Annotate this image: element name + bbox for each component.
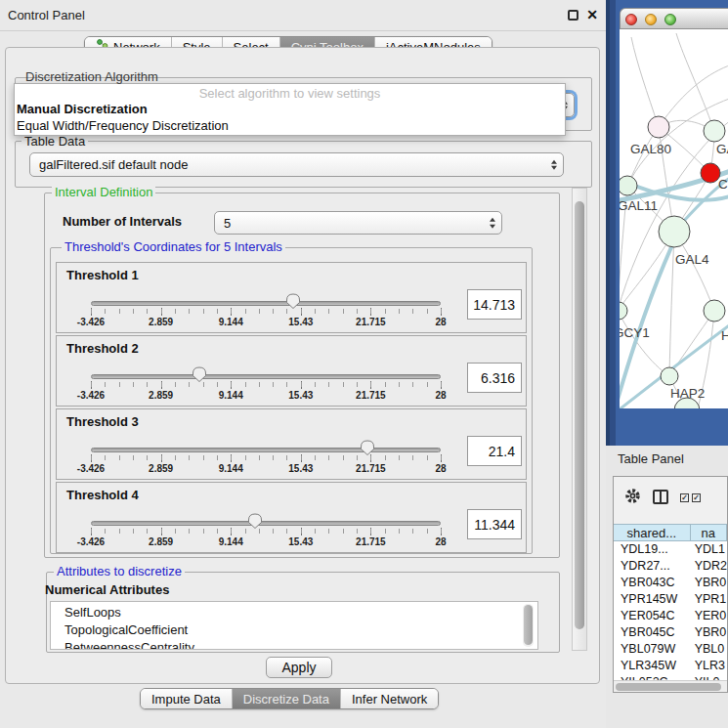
minimize-traffic-light[interactable] — [645, 14, 657, 25]
column-layout-icon[interactable] — [653, 490, 668, 504]
slider-thumb[interactable] — [285, 292, 301, 310]
table-row[interactable]: YER054CYER0 — [614, 608, 727, 624]
numerical-attributes-list[interactable]: SelfLoopsTopologicalCoefficientBetweenne… — [50, 601, 538, 650]
popup-hint: Select algorithm to view settings — [15, 84, 565, 101]
table-cell: YDL1 — [691, 541, 727, 558]
scale-label: 28 — [435, 536, 446, 547]
table-data-combobox[interactable]: galFiltered.sif default node — [29, 152, 564, 177]
slider-thumb[interactable] — [360, 439, 375, 456]
network-graph[interactable]: GAL80GACGAL11GAL4GCY1HHAP2 — [620, 29, 728, 408]
network-node[interactable] — [620, 176, 637, 195]
threshold-slider-track[interactable] — [91, 301, 441, 306]
table-row[interactable]: YBR045CYBR0 — [614, 624, 727, 641]
combo-stepper-icon[interactable] — [551, 159, 557, 170]
table-cell: YER054C — [614, 608, 691, 624]
threshold-value-field[interactable]: 14.713 — [467, 289, 522, 320]
table-data-value: galFiltered.sif default node — [39, 157, 188, 172]
number-of-intervals-value: 5 — [224, 216, 231, 231]
number-of-intervals-combobox[interactable]: 5 — [214, 211, 502, 235]
node-label: GA — [716, 142, 728, 156]
tab-label: Impute Data — [151, 692, 221, 707]
scrollbar-thumb[interactable] — [575, 201, 584, 629]
attribute-item-topologicalcoefficient[interactable]: TopologicalCoefficient — [51, 622, 537, 640]
table-cell: YDR27... — [614, 558, 691, 575]
network-node[interactable] — [620, 302, 627, 320]
number-of-intervals-label: Number of Intervals — [63, 214, 182, 229]
network-canvas[interactable]: GAL80GACGAL11GAL4GCY1HHAP2 — [620, 29, 728, 408]
table-row[interactable]: YLR345WYLR3 — [614, 658, 727, 674]
table-row[interactable]: YPR145WYPR1 — [614, 591, 727, 608]
combo-stepper-icon[interactable] — [490, 218, 495, 229]
node-label: C — [718, 177, 728, 192]
threshold-panel: Threshold 2 -3.4262.8599.14415.4321.7152… — [56, 335, 527, 407]
node-label: H — [721, 328, 728, 343]
threshold-value-field[interactable]: 21.4 — [467, 436, 522, 466]
bottom-tab-bar: Impute DataDiscretize DataInfer Network — [140, 688, 439, 709]
column-header[interactable]: na — [691, 524, 727, 541]
close-icon[interactable]: ✕ — [586, 7, 598, 22]
table-cell: YLR3 — [691, 658, 727, 674]
attribute-item-selfloops[interactable]: SelfLoops — [51, 605, 537, 622]
threshold-panel: Threshold 1 -3.4262.8599.14415.4321.7152… — [56, 262, 527, 333]
zoom-traffic-light[interactable] — [664, 14, 676, 25]
scale-label: 2.859 — [149, 317, 173, 327]
scrollbar-thumb[interactable] — [524, 605, 533, 645]
network-node[interactable] — [701, 163, 720, 183]
scale-label: -3.426 — [77, 463, 105, 474]
table-cell: YPR1 — [691, 591, 727, 608]
table-rows: YDL19...YDL1YDR27...YDR2YBR043CYBR0YPR14… — [614, 541, 727, 691]
scale-label: 15.43 — [288, 536, 313, 547]
panel-vertical-scrollbar[interactable] — [572, 188, 587, 651]
scale-label: 28 — [435, 317, 446, 327]
slider-thumb[interactable] — [247, 512, 263, 530]
table-row[interactable]: YBL079WYBL0 — [614, 641, 727, 658]
attribute-item-betweennesscentrality[interactable]: BetweennessCentrality — [51, 640, 537, 650]
popup-option-manual-discretization[interactable]: Manual Discretization — [15, 101, 565, 117]
threshold-slider-track[interactable] — [91, 521, 441, 526]
tab-impute-data[interactable]: Impute Data — [141, 689, 233, 708]
table-cell: YBR045C — [614, 624, 691, 641]
table-row[interactable]: YDR27...YDR2 — [614, 558, 727, 575]
table-horizontal-scrollbar[interactable] — [614, 680, 727, 692]
network-node[interactable] — [704, 120, 725, 142]
scrollbar-thumb[interactable] — [616, 683, 721, 691]
node-label: GCY1 — [620, 325, 650, 340]
apply-button[interactable]: Apply — [266, 657, 332, 678]
attributes-list-scrollbar[interactable] — [523, 604, 534, 647]
popup-option-equal-width-frequency-discretization[interactable]: Equal Width/Frequency Discretization — [15, 117, 565, 134]
threshold-value-field[interactable]: 6.316 — [467, 363, 522, 393]
scale-label: 28 — [435, 463, 446, 474]
threshold-slider-track[interactable] — [91, 374, 441, 379]
column-header[interactable]: shared... — [614, 524, 691, 541]
threshold-label: Threshold 1 — [66, 268, 139, 282]
threshold-value-field[interactable]: 11.344 — [467, 509, 522, 539]
table-row[interactable]: YDL19...YDL1 — [614, 541, 727, 558]
network-node[interactable] — [659, 216, 690, 247]
table-cell: YDR2 — [691, 558, 727, 575]
float-window-icon[interactable] — [568, 10, 578, 21]
checkbox-icon[interactable]: ✓ — [680, 493, 689, 502]
tab-infer-network[interactable]: Infer Network — [341, 689, 438, 708]
threshold-list: Threshold 1 -3.4262.8599.14415.4321.7152… — [56, 262, 527, 555]
node-label: GAL4 — [675, 252, 709, 267]
checkbox-icon[interactable]: ✓ — [692, 493, 701, 502]
scale-label: 21.715 — [356, 390, 386, 401]
gear-icon[interactable] — [623, 487, 642, 505]
network-window-titlebar[interactable] — [620, 8, 728, 29]
table-row[interactable]: YBR043CYBR0 — [614, 575, 727, 591]
tab-discretize-data[interactable]: Discretize Data — [233, 689, 341, 708]
close-traffic-light[interactable] — [625, 14, 637, 25]
scale-label: 21.715 — [356, 463, 386, 474]
network-node[interactable] — [704, 300, 725, 321]
slider-thumb[interactable] — [192, 365, 207, 383]
scale-label: 9.144 — [219, 317, 243, 327]
table-panel-title: Table Panel — [618, 451, 684, 466]
table-cell: YPR145W — [614, 591, 691, 608]
network-node[interactable] — [661, 367, 678, 385]
table-panel-section: Table Panel ✓ ✓ shared...na YDL19...YDL1… — [606, 446, 728, 728]
threshold-label: Threshold 2 — [66, 341, 139, 356]
threshold-slider-track[interactable] — [91, 448, 441, 452]
attributes-group-label: Attributes to discretize — [54, 564, 185, 578]
network-node[interactable] — [648, 116, 669, 138]
threshold-coordinates-label: Threshold's Coordinates for 5 Intervals — [62, 239, 285, 254]
